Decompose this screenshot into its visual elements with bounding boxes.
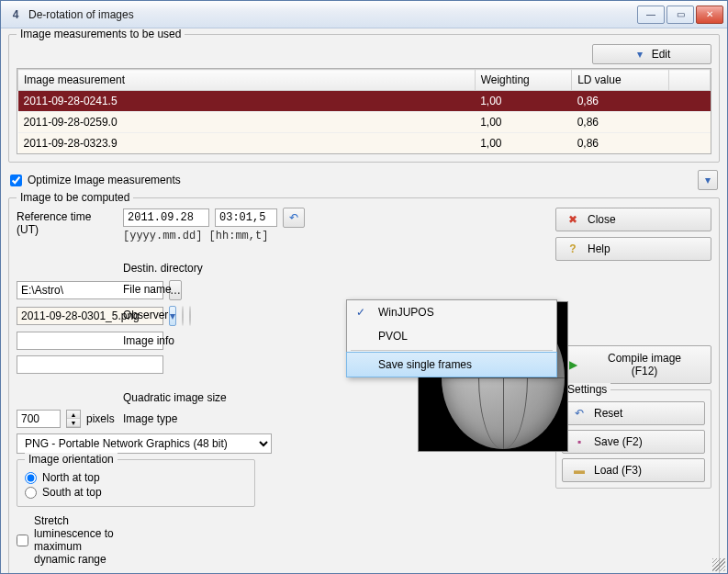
compile-label-1: Compile image: [608, 352, 681, 365]
south-label: South at top: [42, 486, 102, 499]
folder-icon: ▬: [572, 464, 587, 477]
ref-time-label: Reference time (UT): [17, 208, 116, 236]
revert-time-button[interactable]: ↶: [283, 208, 305, 228]
spin-up-icon: ▲: [67, 411, 80, 419]
save-icon: ▪: [572, 435, 587, 448]
help-label: Help: [588, 242, 610, 255]
maximize-button[interactable]: ▭: [666, 6, 694, 24]
ref-time-input[interactable]: [215, 208, 277, 227]
client-area: Image measurements to be used ▾ Edit Ima…: [1, 28, 727, 573]
load-label: Load (F3): [594, 464, 642, 477]
compile-button[interactable]: ▶ Compile image (F12): [555, 345, 711, 384]
dropdown-separator: [351, 350, 553, 351]
chevron-down-icon: ▾: [705, 174, 711, 186]
chevron-down-icon: ▾: [633, 48, 646, 61]
edit-button-label: Edit: [652, 48, 671, 61]
minimize-button[interactable]: —: [637, 6, 665, 24]
table-row[interactable]: 2011-09-28-0241.51,000,86: [18, 91, 711, 112]
undo-icon: ↶: [289, 211, 298, 224]
quad-size-input[interactable]: [17, 410, 61, 428]
col-weighting[interactable]: Weighting: [475, 70, 572, 91]
expand-toggle[interactable]: ▾: [698, 170, 718, 190]
cross-icon: ✖: [566, 213, 580, 226]
col-ld[interactable]: LD value: [572, 70, 669, 91]
col-image[interactable]: Image measurement: [18, 70, 476, 91]
measurements-group: Image measurements to be used ▾ Edit Ima…: [8, 34, 720, 163]
quad-unit: pixels: [86, 412, 115, 425]
north-radio[interactable]: [25, 472, 37, 484]
imageinfo-input[interactable]: [17, 355, 163, 374]
south-radio[interactable]: [25, 487, 37, 499]
reset-label: Reset: [594, 407, 622, 420]
compute-group: Image to be computed ✖ Close ? Help ▶: [8, 197, 720, 573]
filename-dropdown: WinJUPOS PVOL Save single frames: [346, 299, 557, 377]
resize-grip[interactable]: [712, 558, 725, 571]
spin-down-icon: ▼: [67, 419, 80, 427]
dropdown-item-save-frames[interactable]: Save single frames: [346, 352, 557, 377]
window-title: De-rotation of images: [28, 8, 635, 21]
optimize-label: Optimize Image measurements: [28, 174, 181, 186]
titlebar: 4 De-rotation of images — ▭ ✕: [1, 1, 727, 28]
dropdown-item-winjupos[interactable]: WinJUPOS: [347, 300, 556, 324]
app-icon: 4: [8, 7, 23, 22]
orientation-label: Image orientation: [25, 453, 118, 466]
load-button[interactable]: ▬ Load (F3): [562, 458, 705, 482]
save-label: Save (F2): [594, 435, 643, 448]
table-row[interactable]: 2011-09-28-0323.91,000,86: [18, 133, 711, 154]
compile-label-2: (F12): [632, 365, 658, 377]
help-button[interactable]: ? Help: [555, 237, 711, 261]
undo-icon: ↶: [572, 407, 587, 420]
save-button[interactable]: ▪ Save (F2): [562, 430, 705, 454]
north-label: North at top: [42, 471, 100, 484]
dest-dir-label: Destin. directory: [123, 259, 548, 275]
close-label: Close: [588, 213, 616, 226]
settings-group: Settings ↶ Reset ▪ Save (F2) ▬ Load (F3): [555, 389, 711, 489]
edit-button[interactable]: ▾ Edit: [592, 44, 711, 64]
optimize-checkbox[interactable]: [10, 174, 22, 186]
measurements-label: Image measurements to be used: [17, 28, 185, 40]
close-button[interactable]: ✖ Close: [555, 208, 711, 231]
table-row[interactable]: 2011-09-28-0259.01,000,86: [18, 112, 711, 133]
imagetype-select[interactable]: PNG - Portable Network Graphics (48 bit): [17, 433, 272, 454]
stretch-label: Stretch luminescence to maximum dynamic …: [34, 514, 116, 566]
dropdown-item-pvol[interactable]: PVOL: [347, 324, 556, 348]
orientation-group: Image orientation North at top South at …: [17, 459, 255, 507]
measurements-table[interactable]: Image measurement Weighting LD value 201…: [17, 68, 711, 154]
help-icon: ?: [566, 242, 580, 255]
ref-time-hint: [yyyy.mm.dd] [hh:mm,t]: [123, 230, 548, 242]
col-spacer: [668, 70, 710, 91]
stretch-checkbox[interactable]: [17, 535, 28, 546]
ref-date-input[interactable]: [123, 208, 209, 227]
close-window-button[interactable]: ✕: [696, 6, 723, 24]
filename-label: File name: [123, 280, 548, 296]
window: 4 De-rotation of images — ▭ ✕ Image meas…: [0, 0, 728, 574]
compute-label: Image to be computed: [17, 191, 133, 204]
settings-label: Settings: [564, 383, 610, 396]
reset-button[interactable]: ↶ Reset: [562, 401, 705, 425]
quad-size-spinner[interactable]: ▲▼: [66, 410, 81, 428]
